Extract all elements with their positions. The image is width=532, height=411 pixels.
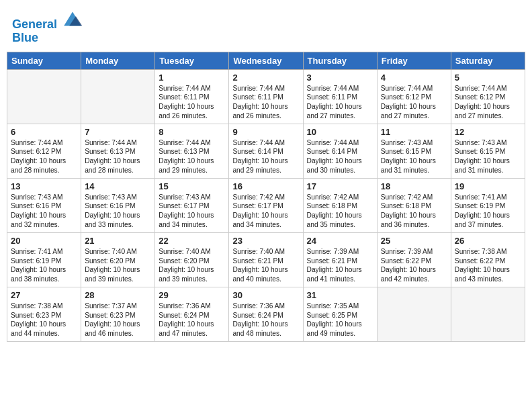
- calendar-cell: 5Sunrise: 7:44 AM Sunset: 6:12 PM Daylig…: [451, 69, 525, 124]
- day-info: Sunrise: 7:39 AM Sunset: 6:21 PM Dayligh…: [307, 247, 373, 284]
- day-number: 16: [232, 181, 299, 191]
- calendar-week-4: 20Sunrise: 7:41 AM Sunset: 6:19 PM Dayli…: [7, 232, 525, 287]
- calendar-cell: 26Sunrise: 7:38 AM Sunset: 6:22 PM Dayli…: [451, 232, 525, 287]
- day-info: Sunrise: 7:44 AM Sunset: 6:12 PM Dayligh…: [455, 84, 521, 121]
- calendar-cell: 1Sunrise: 7:44 AM Sunset: 6:11 PM Daylig…: [155, 69, 229, 124]
- calendar-cell: 20Sunrise: 7:41 AM Sunset: 6:19 PM Dayli…: [7, 232, 81, 287]
- calendar-week-1: 1Sunrise: 7:44 AM Sunset: 6:11 PM Daylig…: [7, 69, 525, 124]
- day-number: 18: [381, 181, 447, 191]
- calendar-header-row: SundayMondayTuesdayWednesdayThursdayFrid…: [7, 52, 525, 69]
- day-number: 30: [232, 290, 299, 300]
- day-number: 21: [85, 236, 151, 246]
- day-info: Sunrise: 7:39 AM Sunset: 6:22 PM Dayligh…: [381, 247, 447, 284]
- day-number: 15: [159, 181, 225, 191]
- col-header-monday: Monday: [81, 52, 155, 69]
- calendar-cell: 30Sunrise: 7:36 AM Sunset: 6:24 PM Dayli…: [229, 287, 303, 341]
- day-number: 2: [232, 73, 299, 83]
- day-number: 24: [307, 236, 373, 246]
- day-number: 22: [159, 236, 225, 246]
- col-header-sunday: Sunday: [7, 52, 81, 69]
- day-info: Sunrise: 7:43 AM Sunset: 6:15 PM Dayligh…: [381, 138, 447, 175]
- day-info: Sunrise: 7:40 AM Sunset: 6:20 PM Dayligh…: [85, 247, 151, 284]
- day-number: 27: [11, 290, 77, 300]
- col-header-friday: Friday: [377, 52, 451, 69]
- logo-general: General: [12, 17, 57, 31]
- day-number: 13: [11, 181, 77, 191]
- day-info: Sunrise: 7:36 AM Sunset: 6:24 PM Dayligh…: [232, 302, 299, 338]
- day-number: 26: [455, 236, 521, 246]
- calendar-cell: 10Sunrise: 7:44 AM Sunset: 6:14 PM Dayli…: [303, 124, 377, 178]
- day-info: Sunrise: 7:36 AM Sunset: 6:24 PM Dayligh…: [159, 302, 225, 338]
- day-number: 5: [455, 73, 521, 83]
- logo: General Blue: [12, 9, 83, 45]
- day-number: 9: [232, 127, 299, 137]
- calendar-cell: 18Sunrise: 7:42 AM Sunset: 6:18 PM Dayli…: [377, 178, 451, 232]
- calendar-week-5: 27Sunrise: 7:38 AM Sunset: 6:23 PM Dayli…: [7, 287, 525, 341]
- col-header-tuesday: Tuesday: [155, 52, 229, 69]
- calendar-cell: [451, 287, 525, 341]
- calendar-cell: 27Sunrise: 7:38 AM Sunset: 6:23 PM Dayli…: [7, 287, 81, 341]
- calendar-cell: 3Sunrise: 7:44 AM Sunset: 6:11 PM Daylig…: [303, 69, 377, 124]
- day-info: Sunrise: 7:44 AM Sunset: 6:11 PM Dayligh…: [159, 84, 225, 121]
- day-number: 23: [232, 236, 299, 246]
- day-info: Sunrise: 7:44 AM Sunset: 6:13 PM Dayligh…: [159, 138, 225, 175]
- day-info: Sunrise: 7:43 AM Sunset: 6:16 PM Dayligh…: [11, 193, 77, 230]
- day-info: Sunrise: 7:44 AM Sunset: 6:14 PM Dayligh…: [307, 138, 373, 175]
- calendar-cell: 24Sunrise: 7:39 AM Sunset: 6:21 PM Dayli…: [303, 232, 377, 287]
- day-info: Sunrise: 7:44 AM Sunset: 6:13 PM Dayligh…: [85, 138, 151, 175]
- calendar-cell: 7Sunrise: 7:44 AM Sunset: 6:13 PM Daylig…: [81, 124, 155, 178]
- calendar-week-2: 6Sunrise: 7:44 AM Sunset: 6:12 PM Daylig…: [7, 124, 525, 178]
- day-info: Sunrise: 7:42 AM Sunset: 6:17 PM Dayligh…: [232, 193, 299, 230]
- day-number: 28: [85, 290, 151, 300]
- calendar-cell: 8Sunrise: 7:44 AM Sunset: 6:13 PM Daylig…: [155, 124, 229, 178]
- day-number: 1: [159, 73, 225, 83]
- day-info: Sunrise: 7:37 AM Sunset: 6:23 PM Dayligh…: [85, 302, 151, 338]
- calendar-cell: 16Sunrise: 7:42 AM Sunset: 6:17 PM Dayli…: [229, 178, 303, 232]
- calendar-cell: 14Sunrise: 7:43 AM Sunset: 6:16 PM Dayli…: [81, 178, 155, 232]
- calendar-cell: 25Sunrise: 7:39 AM Sunset: 6:22 PM Dayli…: [377, 232, 451, 287]
- day-number: 20: [11, 236, 77, 246]
- day-info: Sunrise: 7:41 AM Sunset: 6:19 PM Dayligh…: [11, 247, 77, 284]
- logo-blue: Blue: [12, 31, 38, 44]
- day-info: Sunrise: 7:42 AM Sunset: 6:18 PM Dayligh…: [307, 193, 373, 230]
- day-number: 6: [11, 127, 77, 137]
- day-info: Sunrise: 7:40 AM Sunset: 6:21 PM Dayligh…: [232, 247, 299, 284]
- page-header: General Blue: [7, 7, 525, 48]
- calendar-cell: 17Sunrise: 7:42 AM Sunset: 6:18 PM Dayli…: [303, 178, 377, 232]
- logo-icon: [62, 9, 83, 28]
- calendar-cell: 21Sunrise: 7:40 AM Sunset: 6:20 PM Dayli…: [81, 232, 155, 287]
- calendar-cell: 2Sunrise: 7:44 AM Sunset: 6:11 PM Daylig…: [229, 69, 303, 124]
- calendar-cell: 29Sunrise: 7:36 AM Sunset: 6:24 PM Dayli…: [155, 287, 229, 341]
- calendar-cell: [81, 69, 155, 124]
- day-number: 31: [307, 290, 373, 300]
- day-number: 7: [85, 127, 151, 137]
- col-header-saturday: Saturday: [451, 52, 525, 69]
- day-info: Sunrise: 7:43 AM Sunset: 6:15 PM Dayligh…: [455, 138, 521, 175]
- calendar-cell: 31Sunrise: 7:35 AM Sunset: 6:25 PM Dayli…: [303, 287, 377, 341]
- day-number: 10: [307, 127, 373, 137]
- day-info: Sunrise: 7:43 AM Sunset: 6:17 PM Dayligh…: [159, 193, 225, 230]
- day-number: 4: [381, 73, 447, 83]
- day-info: Sunrise: 7:44 AM Sunset: 6:11 PM Dayligh…: [232, 84, 299, 121]
- day-number: 19: [455, 181, 521, 191]
- calendar-cell: 4Sunrise: 7:44 AM Sunset: 6:12 PM Daylig…: [377, 69, 451, 124]
- calendar-cell: 11Sunrise: 7:43 AM Sunset: 6:15 PM Dayli…: [377, 124, 451, 178]
- calendar-cell: 13Sunrise: 7:43 AM Sunset: 6:16 PM Dayli…: [7, 178, 81, 232]
- day-info: Sunrise: 7:41 AM Sunset: 6:19 PM Dayligh…: [455, 193, 521, 230]
- calendar-cell: 23Sunrise: 7:40 AM Sunset: 6:21 PM Dayli…: [229, 232, 303, 287]
- day-number: 17: [307, 181, 373, 191]
- calendar-cell: 9Sunrise: 7:44 AM Sunset: 6:14 PM Daylig…: [229, 124, 303, 178]
- calendar-cell: 22Sunrise: 7:40 AM Sunset: 6:20 PM Dayli…: [155, 232, 229, 287]
- day-number: 14: [85, 181, 151, 191]
- col-header-thursday: Thursday: [303, 52, 377, 69]
- day-number: 25: [381, 236, 447, 246]
- calendar-cell: [377, 287, 451, 341]
- day-number: 11: [381, 127, 447, 137]
- day-info: Sunrise: 7:38 AM Sunset: 6:22 PM Dayligh…: [455, 247, 521, 284]
- col-header-wednesday: Wednesday: [229, 52, 303, 69]
- day-info: Sunrise: 7:40 AM Sunset: 6:20 PM Dayligh…: [159, 247, 225, 284]
- day-info: Sunrise: 7:42 AM Sunset: 6:18 PM Dayligh…: [381, 193, 447, 230]
- calendar-week-3: 13Sunrise: 7:43 AM Sunset: 6:16 PM Dayli…: [7, 178, 525, 232]
- calendar-cell: 15Sunrise: 7:43 AM Sunset: 6:17 PM Dayli…: [155, 178, 229, 232]
- calendar-cell: 6Sunrise: 7:44 AM Sunset: 6:12 PM Daylig…: [7, 124, 81, 178]
